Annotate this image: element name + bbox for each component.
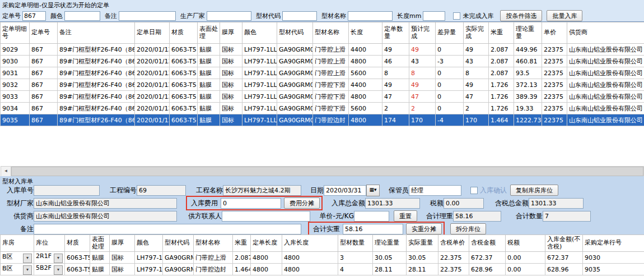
cell[interactable]: 山东南山铝业股份有限公司 xyxy=(567,114,644,126)
cell[interactable]: 89#门框型材F26-F40（866+867） xyxy=(58,56,135,67)
reset-button[interactable]: 重置 xyxy=(394,210,417,222)
cell[interactable]: 1.726 xyxy=(489,91,514,103)
cell[interactable]: 国标 xyxy=(220,44,242,56)
cell[interactable]: 49 xyxy=(409,44,436,56)
column-header[interactable]: 库位 xyxy=(34,235,65,252)
cell[interactable]: 9035 xyxy=(583,264,644,275)
cell[interactable]: 867 xyxy=(30,114,58,126)
column-header[interactable]: 单价 xyxy=(542,22,567,44)
cell[interactable]: 867 xyxy=(30,44,58,56)
cell[interactable]: 山东南山铝业股份有限公司 xyxy=(567,56,644,67)
dropdown-arrow-icon[interactable]: ▾ xyxy=(23,265,32,275)
cell[interactable]: LH797-1LL0 xyxy=(242,103,277,114)
length-input[interactable] xyxy=(423,11,445,21)
cell[interactable]: 867 xyxy=(30,91,58,103)
cell[interactable]: 门带腔下滑 xyxy=(313,103,349,114)
cell[interactable]: 2 xyxy=(409,103,436,114)
cell[interactable]: ▾B区 xyxy=(1,252,34,264)
cell[interactable]: 47 xyxy=(382,91,409,103)
column-header[interactable]: 实际重量 xyxy=(407,235,438,252)
table-row[interactable]: 903086789#门框型材F26-F40（866+867）2020/01/13… xyxy=(1,56,644,67)
dropdown-arrow-icon[interactable]: ▾ xyxy=(23,254,32,263)
column-header[interactable]: 理论重量 xyxy=(514,22,542,44)
cell[interactable]: 46 xyxy=(382,56,409,67)
cell[interactable]: LH797-1LL0 xyxy=(242,67,277,79)
cell[interactable]: 9030 xyxy=(583,252,644,264)
cell[interactable]: 867 xyxy=(30,79,58,91)
cell[interactable]: 6063-T5 xyxy=(170,114,198,126)
fee-split-button[interactable]: 费用分摊 xyxy=(284,197,320,209)
cell[interactable]: 93.5 xyxy=(514,67,542,79)
cell[interactable]: 贴膜 xyxy=(90,252,110,264)
cell[interactable]: 门带腔上滑 xyxy=(194,252,233,264)
cell[interactable]: 6063-T5 xyxy=(170,44,198,56)
cell[interactable]: 628.96 xyxy=(545,264,583,275)
filter-by-condition-button[interactable]: 按条件筛选 xyxy=(500,10,542,21)
cell[interactable]: 贴膜 xyxy=(198,67,220,79)
cell[interactable]: 22375 xyxy=(542,114,567,126)
table-row[interactable]: 902986789#门框型材F26-F40（866+867）2020/01/13… xyxy=(1,44,644,56)
cell[interactable]: 2.087 xyxy=(489,56,514,67)
cell[interactable]: 国标 xyxy=(220,67,242,79)
table-row[interactable]: 903286789#门框型材F26-F40（866+867）2020/01/13… xyxy=(1,79,644,91)
cell[interactable]: 贴膜 xyxy=(198,91,220,103)
cell[interactable]: 国标 xyxy=(220,79,242,91)
column-header[interactable]: 表面处理 xyxy=(90,235,110,252)
dropdown-arrow-icon[interactable]: ▾ xyxy=(54,265,63,275)
cell[interactable]: 门带腔下滑 xyxy=(313,91,349,103)
cell[interactable]: LH797-1LL0 xyxy=(242,114,277,126)
keeper-field[interactable] xyxy=(409,185,461,196)
column-header[interactable]: 定单号 xyxy=(30,22,58,44)
cell[interactable]: 4800 xyxy=(349,91,382,103)
supplier-field[interactable] xyxy=(34,211,177,222)
cell[interactable]: 0 xyxy=(436,79,464,91)
cell[interactable]: 22375 xyxy=(542,67,567,79)
cell[interactable]: 9031 xyxy=(1,67,30,79)
cell[interactable]: 门带腔边封 xyxy=(313,114,349,126)
cell[interactable]: ▾5B2F xyxy=(34,264,65,275)
cell[interactable]: GA90GRM03 xyxy=(277,44,313,56)
table-row[interactable]: ▾B区▾2R1F6063-T5贴膜国标LH797-1LL0GA90GRM03门带… xyxy=(1,252,644,264)
cell[interactable]: 国标 xyxy=(220,91,242,103)
table-row[interactable]: 903386789#门框型材F26-F40（866+867）2020/01/13… xyxy=(1,91,644,103)
cell[interactable]: 6063-T5 xyxy=(170,67,198,79)
cell[interactable]: 山东南山铝业股份有限公司 xyxy=(567,44,644,56)
cell[interactable]: GA90GRM04 xyxy=(277,91,313,103)
cell[interactable]: 门带腔边封 xyxy=(194,264,233,275)
cell[interactable]: 22375 xyxy=(542,56,567,67)
cell[interactable]: 89#门框型材F26-F40（866+867） xyxy=(58,91,135,103)
cell[interactable]: 89#门框型材F26-F40（866+867） xyxy=(58,44,135,56)
cell[interactable]: 8 xyxy=(382,67,409,79)
cell[interactable]: 49 xyxy=(382,44,409,56)
cell[interactable]: 山东南山铝业股份有限公司 xyxy=(567,79,644,91)
cell[interactable]: 门带腔下滑 xyxy=(313,79,349,91)
checkbox-icon[interactable] xyxy=(453,12,460,20)
cell[interactable]: 4 xyxy=(338,264,373,275)
cell[interactable]: 门带腔上滑 xyxy=(313,67,349,79)
cell[interactable]: ▾B区 xyxy=(1,264,34,275)
date-field[interactable] xyxy=(324,185,366,196)
cell[interactable]: 9030 xyxy=(1,56,30,67)
cell[interactable]: 628.96 xyxy=(469,264,506,275)
column-header[interactable]: 材质 xyxy=(65,235,90,252)
column-header[interactable]: 含税金额 xyxy=(469,235,506,252)
cell[interactable]: 1.464 xyxy=(233,264,251,275)
column-header[interactable]: 定单明细号 xyxy=(1,22,30,44)
cell[interactable]: 贴膜 xyxy=(198,56,220,67)
dropdown-arrow-icon[interactable]: ▾ xyxy=(54,254,63,263)
cell[interactable]: GA90GRM03 xyxy=(277,67,313,79)
profile-factory-field[interactable] xyxy=(34,198,177,209)
cell[interactable]: 49 xyxy=(464,79,489,91)
cell[interactable]: LH797-1LL0 xyxy=(135,264,163,275)
cell[interactable]: 贴膜 xyxy=(198,103,220,114)
cell[interactable]: 4400 xyxy=(349,79,382,91)
cell[interactable]: 3 xyxy=(338,252,373,264)
cell[interactable]: 47 xyxy=(464,91,489,103)
cell[interactable]: 2020/01/13 xyxy=(135,91,170,103)
actual-split-button[interactable]: 实重分摊 xyxy=(406,223,442,234)
cell[interactable]: 贴膜 xyxy=(90,264,110,275)
cell[interactable]: 9034 xyxy=(1,103,30,114)
cell[interactable]: 国标 xyxy=(220,56,242,67)
cell[interactable]: 22.375 xyxy=(438,252,469,264)
column-header[interactable]: 含税单价 xyxy=(438,235,469,252)
